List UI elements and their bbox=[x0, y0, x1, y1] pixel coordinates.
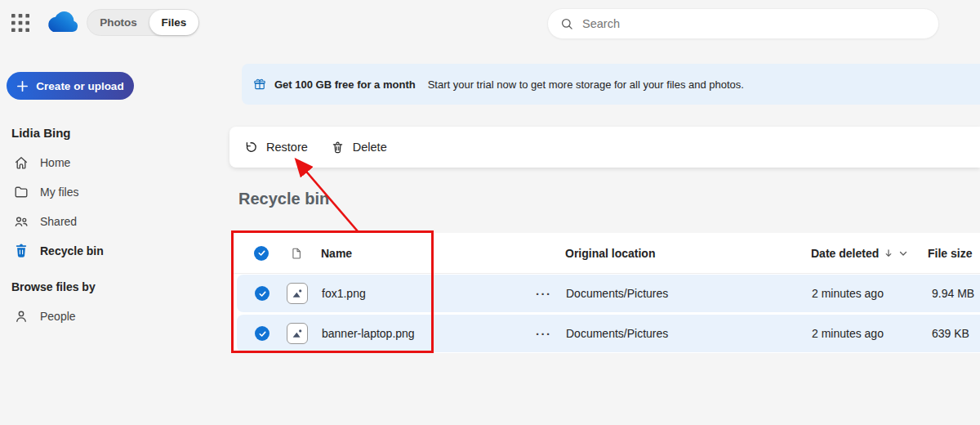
search-input[interactable] bbox=[582, 17, 933, 30]
sidebar-item-label: My files bbox=[40, 186, 78, 199]
row-checkbox[interactable] bbox=[255, 286, 270, 301]
banner-title: Get 100 GB free for a month bbox=[274, 78, 416, 91]
delete-label: Delete bbox=[353, 141, 387, 154]
create-or-upload-label: Create or upload bbox=[36, 80, 123, 92]
select-all-checkbox[interactable] bbox=[254, 246, 269, 261]
row-checkbox[interactable] bbox=[255, 326, 270, 341]
user-name: Lidia Bing bbox=[11, 126, 71, 140]
table-row-banner-laptop[interactable]: banner-laptop.png ··· Documents/Pictures… bbox=[237, 315, 980, 352]
plus-icon bbox=[16, 80, 29, 92]
sidebar-item-shared[interactable]: Shared bbox=[7, 207, 178, 236]
search-icon bbox=[560, 17, 574, 31]
original-location: Documents/Pictures bbox=[566, 327, 668, 340]
sidebar-item-people[interactable]: People bbox=[7, 302, 178, 331]
image-file-icon bbox=[287, 323, 308, 344]
file-size: 639 KB bbox=[932, 327, 969, 340]
sidebar-item-label: People bbox=[40, 310, 76, 323]
person-icon bbox=[13, 308, 29, 324]
file-name[interactable]: fox1.png bbox=[322, 287, 366, 300]
home-icon bbox=[13, 154, 29, 171]
onedrive-logo-icon[interactable] bbox=[42, 9, 82, 36]
banner-subtitle: Start your trial now to get more storage… bbox=[428, 78, 744, 91]
restore-undo-icon bbox=[243, 140, 258, 154]
date-deleted-label: Date deleted bbox=[811, 247, 879, 260]
sidebar-item-label: Home bbox=[40, 156, 70, 169]
restore-label: Restore bbox=[266, 141, 308, 154]
sidebar-item-label: Shared bbox=[40, 215, 77, 228]
column-header-file-size[interactable]: File size bbox=[928, 247, 972, 260]
file-name[interactable]: banner-laptop.png bbox=[322, 327, 415, 340]
action-toolbar: Restore Delete bbox=[229, 127, 980, 168]
delete-button[interactable]: Delete bbox=[331, 141, 387, 154]
gift-icon bbox=[252, 77, 267, 92]
column-header-date-deleted[interactable]: Date deleted bbox=[811, 247, 908, 260]
shared-people-icon bbox=[13, 213, 29, 230]
date-deleted: 2 minutes ago bbox=[812, 287, 884, 300]
image-file-icon bbox=[287, 283, 308, 304]
folder-icon bbox=[13, 184, 29, 200]
promo-banner[interactable]: Get 100 GB free for a month Start your t… bbox=[242, 64, 980, 105]
search-bar[interactable] bbox=[547, 8, 939, 39]
create-or-upload-button[interactable]: Create or upload bbox=[7, 72, 134, 100]
original-location: Documents/Pictures bbox=[566, 287, 668, 300]
column-header-name[interactable]: Name bbox=[321, 247, 352, 260]
file-type-column-icon[interactable] bbox=[290, 246, 304, 260]
sidebar-item-home[interactable]: Home bbox=[7, 148, 178, 177]
column-header-location[interactable]: Original location bbox=[565, 247, 655, 260]
table-row-fox1[interactable]: fox1.png ··· Documents/Pictures 2 minute… bbox=[237, 275, 980, 312]
photos-files-toggle: Photos Files bbox=[87, 9, 199, 36]
sidebar-item-label: Recycle bin bbox=[40, 244, 104, 257]
list-header-row: Name Original location Date deleted File… bbox=[231, 233, 980, 274]
toggle-files[interactable]: Files bbox=[149, 10, 198, 35]
toggle-photos[interactable]: Photos bbox=[87, 16, 149, 29]
date-deleted: 2 minutes ago bbox=[812, 327, 884, 340]
delete-trash-icon bbox=[331, 141, 345, 154]
file-size: 9.94 MB bbox=[932, 287, 974, 300]
app-launcher-icon[interactable] bbox=[11, 14, 29, 32]
recycle-bin-icon bbox=[13, 243, 29, 259]
more-actions-button[interactable]: ··· bbox=[536, 327, 552, 341]
page-title: Recycle bin bbox=[238, 190, 329, 208]
restore-button[interactable]: Restore bbox=[243, 140, 308, 154]
sort-descending-icon bbox=[884, 248, 893, 258]
sidebar-item-my-files[interactable]: My files bbox=[7, 177, 178, 207]
sidebar-item-recycle-bin[interactable]: Recycle bin bbox=[7, 236, 178, 266]
chevron-down-icon bbox=[898, 248, 908, 258]
recycle-bin-file-list: Name Original location Date deleted File… bbox=[231, 233, 980, 353]
browse-files-by-heading: Browse files by bbox=[11, 280, 96, 293]
more-actions-button[interactable]: ··· bbox=[536, 287, 552, 301]
